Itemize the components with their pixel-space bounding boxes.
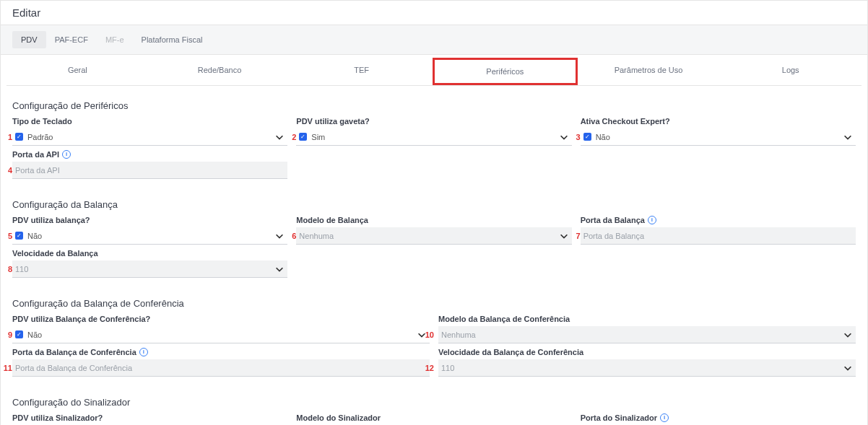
porta-conf-placeholder: Porta da Balança de Conferência bbox=[15, 364, 132, 372]
tab-paf-ecf[interactable]: PAF-ECF bbox=[46, 31, 97, 48]
porta-balanca-placeholder: Porta da Balança bbox=[583, 232, 644, 240]
velocidade-conf-select[interactable]: 110 bbox=[438, 359, 856, 377]
ativa-checkout-label: Ativa Checkout Expert? bbox=[581, 117, 856, 128]
annotation-1: 1 bbox=[2, 133, 12, 141]
info-icon[interactable] bbox=[139, 348, 148, 356]
annotation-6: 6 bbox=[286, 232, 296, 240]
subtab-rede-banco[interactable]: Rede/Banco bbox=[149, 58, 291, 85]
info-icon[interactable] bbox=[648, 216, 656, 224]
porta-api-input[interactable]: Porta da API bbox=[12, 162, 287, 179]
subtab-perifericos[interactable]: Periféricos bbox=[433, 58, 578, 85]
tipo-teclado-select[interactable]: Padrão bbox=[12, 128, 287, 146]
pdv-gaveta-select[interactable]: Sim bbox=[296, 128, 571, 146]
pdv-balanca-value: Não bbox=[27, 232, 42, 240]
section-conferencia-title: Configuração da Balança de Conferência bbox=[12, 289, 856, 315]
annotation-8: 8 bbox=[2, 265, 12, 273]
annotation-3: 3 bbox=[570, 133, 581, 141]
subtab-tef[interactable]: TEF bbox=[290, 58, 433, 85]
velocidade-conf-value: 110 bbox=[441, 364, 454, 372]
check-icon bbox=[15, 133, 23, 141]
pdv-gaveta-label: PDV utiliza gaveta? bbox=[296, 117, 571, 128]
modelo-balanca-select[interactable]: Nenhuma bbox=[296, 227, 571, 245]
section-balanca-title: Configuração da Balança bbox=[12, 190, 856, 216]
section-sinalizador-title: Configuração do Sinalizador bbox=[12, 388, 856, 413]
pdv-conf-select[interactable]: Não bbox=[12, 326, 430, 343]
pdv-gaveta-value: Sim bbox=[311, 133, 325, 141]
modelo-conf-label: Modelo da Balança de Conferência bbox=[438, 315, 856, 326]
chevron-down-icon bbox=[843, 363, 853, 373]
chevron-down-icon bbox=[274, 132, 285, 142]
check-icon bbox=[299, 133, 307, 141]
tipo-teclado-value: Padrão bbox=[27, 133, 53, 141]
ativa-checkout-select[interactable]: Não bbox=[581, 128, 856, 146]
chevron-down-icon bbox=[843, 132, 853, 142]
annotation-12: 12 bbox=[424, 364, 434, 372]
info-icon[interactable] bbox=[62, 150, 71, 159]
modelo-balanca-label: Modelo de Balança bbox=[296, 216, 571, 227]
porta-balanca-input[interactable]: Porta da Balança bbox=[581, 227, 856, 245]
pdv-conf-value: Não bbox=[27, 330, 42, 339]
subtab-logs[interactable]: Logs bbox=[719, 58, 862, 85]
porta-conf-input[interactable]: Porta da Balança de Conferência bbox=[12, 359, 430, 377]
annotation-7: 7 bbox=[570, 232, 581, 240]
modelo-balanca-value: Nenhuma bbox=[299, 232, 334, 240]
section-perifericos-title: Configuração de Periféricos bbox=[12, 92, 856, 117]
annotation-2: 2 bbox=[286, 133, 296, 141]
chevron-down-icon bbox=[559, 231, 569, 241]
porta-balanca-label: Porta da Balança bbox=[581, 216, 856, 227]
subtab-geral[interactable]: Geral bbox=[6, 58, 149, 85]
pdv-sinal-label: PDV utiliza Sinalizador? bbox=[12, 413, 287, 425]
ativa-checkout-value: Não bbox=[596, 133, 610, 141]
annotation-4: 4 bbox=[2, 166, 12, 175]
velocidade-balanca-select[interactable]: 110 bbox=[12, 260, 287, 278]
tab-pdv[interactable]: PDV bbox=[12, 31, 46, 48]
porta-api-label: Porta da API bbox=[12, 150, 287, 162]
subtab-parametros[interactable]: Parâmetros de Uso bbox=[578, 58, 720, 85]
info-icon[interactable] bbox=[660, 413, 669, 422]
check-icon bbox=[15, 330, 23, 338]
porta-sinal-label: Porta do Sinalizador bbox=[581, 413, 856, 425]
modelo-conf-value: Nenhuma bbox=[441, 330, 476, 339]
tipo-teclado-label: Tipo de Teclado bbox=[12, 117, 287, 128]
top-tabs: PDV PAF-ECF MF-e Plataforma Fiscal bbox=[1, 25, 867, 55]
velocidade-conf-label: Velocidade da Balança de Conferência bbox=[438, 348, 856, 359]
tab-plataforma-fiscal[interactable]: Plataforma Fiscal bbox=[133, 31, 212, 48]
title-bar: Editar bbox=[1, 1, 867, 25]
velocidade-balanca-value: 110 bbox=[15, 265, 28, 273]
porta-conf-label: Porta da Balança de Conferência bbox=[12, 348, 430, 359]
annotation-10: 10 bbox=[424, 330, 434, 339]
modelo-sinal-label: Modelo do Sinalizador bbox=[296, 413, 571, 425]
modelo-conf-select[interactable]: Nenhuma bbox=[438, 326, 856, 343]
porta-api-placeholder: Porta da API bbox=[15, 166, 60, 175]
chevron-down-icon bbox=[274, 231, 285, 241]
annotation-5: 5 bbox=[2, 232, 12, 240]
tab-mfe: MF-e bbox=[97, 31, 133, 48]
velocidade-balanca-label: Velocidade da Balança bbox=[12, 249, 287, 260]
pdv-conf-label: PDV utiliza Balança de Conferência? bbox=[12, 315, 430, 326]
annotation-11: 11 bbox=[2, 364, 12, 372]
chevron-down-icon bbox=[274, 264, 285, 274]
chevron-down-icon bbox=[843, 330, 853, 340]
pdv-balanca-label: PDV utiliza balança? bbox=[12, 216, 287, 227]
form-content: Configuração de Periféricos 1 Tipo de Te… bbox=[1, 86, 867, 425]
chevron-down-icon bbox=[559, 132, 569, 142]
sub-tabs: Geral Rede/Banco TEF Periféricos Parâmet… bbox=[6, 58, 862, 86]
check-icon bbox=[583, 133, 591, 141]
annotation-9: 9 bbox=[2, 330, 12, 339]
check-icon bbox=[15, 232, 23, 240]
page-container: Editar PDV PAF-ECF MF-e Plataforma Fisca… bbox=[0, 0, 868, 425]
pdv-balanca-select[interactable]: Não bbox=[12, 227, 287, 245]
page-title: Editar bbox=[12, 6, 856, 19]
